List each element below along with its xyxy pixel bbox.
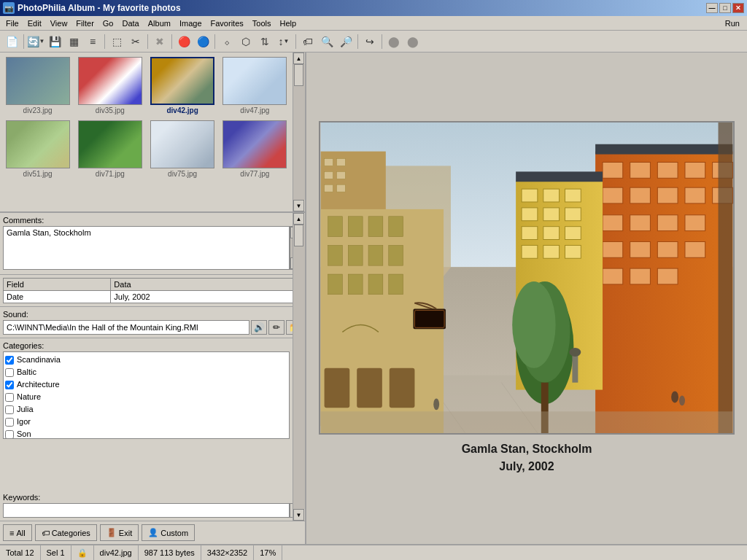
thumbnail-item[interactable]: div35.jpg <box>75 55 144 116</box>
sound-edit-button[interactable]: ✏ <box>268 320 285 335</box>
tb-select-button[interactable]: ⬚ <box>108 33 125 50</box>
tb-circle2-button[interactable]: ⬤ <box>404 33 422 50</box>
tb-sep-2 <box>104 34 105 49</box>
cat-item-julia[interactable]: Julia <box>5 403 287 416</box>
minimize-button[interactable]: — <box>706 3 718 13</box>
tb-open-button[interactable]: 🔄▼ <box>27 33 44 50</box>
tb-tag-button[interactable]: 🏷 <box>299 33 317 50</box>
sound-input[interactable] <box>3 320 249 335</box>
exit-button[interactable]: 🚪 Exit <box>100 524 139 541</box>
thumb-label-selected: div42.jpg <box>166 106 198 114</box>
tb-sort-arrow-button[interactable]: ↕▼ <box>275 33 293 50</box>
cat-check-baltic[interactable] <box>5 368 14 377</box>
close-button[interactable]: ✕ <box>732 3 744 13</box>
cat-item-son[interactable]: Son <box>5 428 287 439</box>
svg-rect-27 <box>325 368 350 408</box>
tb-zoom-out-button[interactable]: 🔎 <box>337 33 355 50</box>
menu-file[interactable]: File <box>1 18 23 29</box>
svg-rect-23 <box>328 274 343 295</box>
svg-point-75 <box>569 348 581 357</box>
thumbnail-item[interactable]: div51.jpg <box>3 119 72 179</box>
thumb-scrollbar[interactable]: ▲ ▼ <box>293 52 305 211</box>
right-panel: Gamla Stan, Stockholm July, 2002 <box>306 52 747 544</box>
scroll-thumb[interactable] <box>294 64 303 86</box>
thumbnail-item[interactable]: div71.jpg <box>75 119 144 179</box>
scroll-down-button[interactable]: ▼ <box>293 200 304 211</box>
categories-button[interactable]: 🏷 Categories <box>35 524 97 541</box>
scroll-up-button[interactable]: ▲ <box>293 52 304 64</box>
tb-sort-button[interactable]: ⇅ <box>256 33 274 50</box>
details-scroll-up[interactable]: ▲ <box>293 213 304 225</box>
comments-textarea[interactable]: Gamla Stan, Stockholm <box>3 226 290 270</box>
tb-open-arrow[interactable]: ▼ <box>39 38 45 44</box>
cat-check-nature[interactable] <box>5 393 14 402</box>
field-table-section: Field Data Date July, 2002 <box>0 275 305 307</box>
tb-list-button[interactable]: ≡ <box>84 33 101 50</box>
cat-check-julia[interactable] <box>5 405 14 414</box>
tb-new-button[interactable]: 📄 <box>3 33 20 50</box>
menu-go[interactable]: Go <box>98 18 118 29</box>
sound-label: Sound: <box>3 310 302 319</box>
menu-album[interactable]: Album <box>144 18 175 29</box>
tb-zoom-in-button[interactable]: 🔍 <box>318 33 336 50</box>
thumbnail-item[interactable]: div77.jpg <box>220 119 290 179</box>
tb-cut-button[interactable]: ✖ <box>151 33 169 50</box>
menu-filter[interactable]: Filter <box>71 18 98 29</box>
svg-rect-22 <box>389 245 403 265</box>
status-filename: div42.jpg <box>94 545 139 560</box>
menu-favorites[interactable]: Favorites <box>206 18 248 29</box>
thumbnail-item[interactable]: div75.jpg <box>148 119 217 179</box>
cat-check-scandinavia[interactable] <box>5 356 14 365</box>
all-label: All <box>16 529 25 537</box>
cat-check-architecture[interactable] <box>5 381 14 389</box>
tb-sort-dropdown-arrow[interactable]: ▼ <box>284 38 290 44</box>
svg-rect-74 <box>572 354 578 383</box>
tb-funnel2-button[interactable]: ⬡ <box>237 33 255 50</box>
tb-nav-button[interactable]: ↪ <box>361 33 379 50</box>
menu-tools[interactable]: Tools <box>248 18 276 29</box>
thumbnail-item-selected[interactable]: div42.jpg <box>148 55 217 116</box>
thumbnail-item[interactable]: div23.jpg <box>3 55 72 116</box>
tb-filter-button[interactable]: 🔴 <box>175 33 193 50</box>
thumbnail-scroll-area: div23.jpg div35.jpg div42.jpg div47.jpg <box>0 52 293 211</box>
keywords-input[interactable] <box>3 503 290 518</box>
categories-list: Scandinavia Baltic Architecture Nature J <box>3 351 290 439</box>
svg-rect-26 <box>389 274 403 295</box>
cat-item-baltic[interactable]: Baltic <box>5 366 287 378</box>
custom-button[interactable]: 👤 Custom <box>142 524 195 541</box>
menu-data[interactable]: Data <box>118 18 144 29</box>
cat-item-scandinavia[interactable]: Scandinavia <box>5 354 287 366</box>
categories-icon: 🏷 <box>42 529 50 537</box>
tb-lasso-button[interactable]: ✂ <box>127 33 144 50</box>
thumb-label: div77.jpg <box>240 170 269 178</box>
svg-point-76 <box>671 392 678 403</box>
cat-check-igor[interactable] <box>5 418 14 427</box>
details-scroll-thumb[interactable] <box>294 225 303 246</box>
cat-item-igor[interactable]: Igor <box>5 416 287 428</box>
details-scroll-down[interactable]: ▼ <box>293 509 304 521</box>
sound-play-button[interactable]: 🔊 <box>251 320 267 335</box>
maximize-button[interactable]: □ <box>719 3 731 13</box>
svg-rect-32 <box>414 311 444 328</box>
tb-sep-7 <box>357 34 358 49</box>
title-bar: 📷 PhotoPhilia Album - My favorite photos… <box>0 0 747 16</box>
all-button[interactable]: ≡ All <box>3 524 32 541</box>
menu-edit[interactable]: Edit <box>23 18 46 29</box>
tb-circle-button[interactable]: ⬤ <box>385 33 403 50</box>
svg-rect-44 <box>603 215 623 231</box>
tb-grid-button[interactable]: ▦ <box>65 33 82 50</box>
thumbnail-item[interactable]: div47.jpg <box>220 55 290 116</box>
details-scrollbar[interactable]: ▲ ▼ <box>293 213 305 521</box>
cat-check-son[interactable] <box>5 430 14 439</box>
cat-item-architecture[interactable]: Architecture <box>5 378 287 391</box>
menu-view[interactable]: View <box>46 18 72 29</box>
status-icon: 🔒 <box>71 545 94 560</box>
cat-item-nature[interactable]: Nature <box>5 391 287 403</box>
tb-open-icon: 🔄 <box>27 36 39 47</box>
menu-image[interactable]: Image <box>175 18 206 29</box>
tb-sep-1 <box>23 34 24 49</box>
tb-funnel-button[interactable]: ⬦ <box>218 33 236 50</box>
tb-save-button[interactable]: 💾 <box>46 33 63 50</box>
menu-help[interactable]: Help <box>275 18 301 29</box>
tb-filter2-button[interactable]: 🔵 <box>194 33 212 50</box>
